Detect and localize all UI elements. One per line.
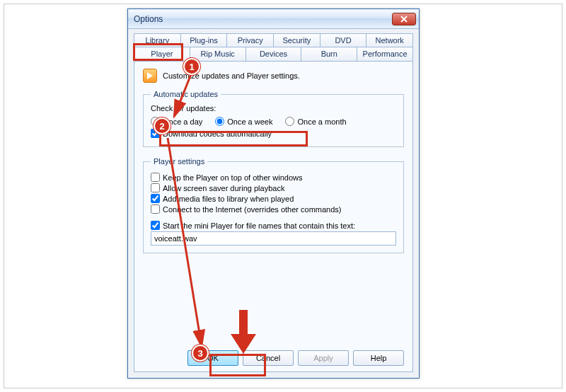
- tab-burn[interactable]: Burn: [301, 47, 357, 61]
- update-freq-once-a-month[interactable]: Once a month: [285, 117, 346, 126]
- close-button[interactable]: [392, 13, 416, 25]
- updates-legend: Automatic updates: [151, 90, 221, 98]
- mini-player-input[interactable]: [151, 231, 396, 246]
- tab-security[interactable]: Security: [274, 33, 320, 47]
- dialog-buttons: OK Cancel Apply Help: [143, 346, 404, 366]
- tab-plug-ins[interactable]: Plug-ins: [181, 33, 228, 47]
- tab-performance[interactable]: Performance: [357, 47, 413, 61]
- titlebar[interactable]: Options: [128, 9, 419, 29]
- help-button[interactable]: Help: [353, 350, 404, 366]
- options-dialog: Options LibraryPlug-insPrivacySecurityDV…: [127, 8, 420, 379]
- tab-panel-player: Customize updates and Player settings. A…: [134, 61, 413, 372]
- update-freq-once-a-week[interactable]: Once a week: [215, 117, 272, 126]
- player-settings-group: Player settings Keep the Player on top o…: [143, 157, 404, 253]
- check-for-updates-label: Check for updates:: [151, 104, 396, 113]
- close-icon: [400, 16, 408, 23]
- tab-devices[interactable]: Devices: [246, 47, 302, 61]
- mini-player-checkbox[interactable]: Start the mini Player for file names tha…: [151, 221, 396, 230]
- player-settings-legend: Player settings: [151, 157, 207, 166]
- tab-rip-music[interactable]: Rip Music: [190, 47, 246, 61]
- tab-network[interactable]: Network: [366, 33, 413, 47]
- download-codecs-checkbox[interactable]: Download codecs automatically: [151, 129, 396, 138]
- player-opt-add-media-files-to-l[interactable]: Add media files to library when played: [151, 194, 396, 203]
- player-opt-connect-to-the-inter[interactable]: Connect to the Internet (overrides other…: [151, 204, 396, 214]
- player-opt-keep-the-player-on-t[interactable]: Keep the Player on top of other windows: [151, 173, 396, 182]
- player-opt-allow-screen-saver-d[interactable]: Allow screen saver during playback: [151, 183, 396, 192]
- tab-player[interactable]: Player: [134, 47, 190, 61]
- step-2-badge: 2: [154, 117, 171, 134]
- tab-privacy[interactable]: Privacy: [227, 33, 274, 47]
- step-1-badge: 1: [183, 58, 200, 75]
- intro-text: Customize updates and Player settings.: [163, 71, 300, 80]
- window-title: Options: [134, 14, 392, 24]
- step-3-badge: 3: [192, 345, 209, 362]
- tab-bar: LibraryPlug-insPrivacySecurityDVDNetwork…: [134, 33, 413, 61]
- big-down-arrow-icon: [231, 310, 256, 354]
- apply-button[interactable]: Apply: [298, 350, 349, 366]
- tab-dvd[interactable]: DVD: [320, 33, 367, 47]
- player-icon: [143, 69, 157, 83]
- tab-library[interactable]: Library: [134, 33, 181, 47]
- automatic-updates-group: Automatic updates Check for updates: Onc…: [143, 90, 404, 147]
